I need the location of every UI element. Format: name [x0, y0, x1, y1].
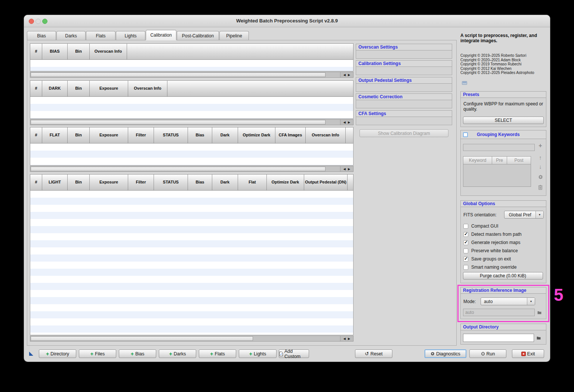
exit-button[interactable]: Exit — [512, 349, 544, 358]
flat-horizontal-scrollbar[interactable]: ◀▶ — [30, 166, 354, 172]
tab-pipeline[interactable]: Pipeline — [219, 31, 249, 40]
light-scrollbar-thumb[interactable] — [31, 336, 253, 341]
keyword-table-body[interactable] — [463, 164, 531, 187]
checkbox-detect-masters-from-path[interactable] — [463, 232, 468, 237]
show-calibration-diagram-button[interactable]: Show Calibration Diagram — [359, 129, 448, 137]
light-scrollbar-arrows[interactable]: ◀▶ — [340, 336, 353, 341]
tab-post-calibration[interactable]: Post-Calibration — [177, 31, 219, 40]
section-title[interactable]: Output Pedestal Settings — [356, 77, 452, 84]
move-keyword-down-icon[interactable]: ↓ — [537, 163, 544, 170]
light-column-header[interactable]: Flat — [238, 174, 267, 191]
output-directory-title[interactable]: Output Directory — [460, 324, 546, 330]
output-directory-browse-folder-icon[interactable] — [536, 335, 541, 340]
flat-column-header[interactable]: Optimize Dark — [238, 127, 275, 143]
dark-table-rows[interactable] — [30, 97, 354, 119]
light-column-header[interactable]: Dark — [212, 174, 238, 191]
light-table-rows[interactable] — [30, 191, 354, 335]
registration-reference-title[interactable]: Registration Reference Image — [460, 287, 546, 294]
tab-bias[interactable]: Bias — [27, 31, 56, 40]
run-button[interactable]: Run — [469, 349, 506, 358]
keyword-column-pre[interactable]: Pre — [492, 156, 507, 164]
flat-table-rows[interactable] — [30, 143, 354, 166]
new-instance-drag-icon[interactable] — [29, 352, 33, 356]
flat-column-header[interactable]: FLAT — [42, 127, 68, 143]
flat-column-header[interactable]: Overscan Info — [306, 127, 346, 143]
light-column-header[interactable]: Bias — [188, 174, 212, 191]
flat-column-header[interactable]: Dark — [212, 127, 238, 143]
checkbox-preserve-white-balance[interactable] — [463, 249, 468, 253]
dark-column-header[interactable]: Bin — [68, 80, 90, 97]
darks-button[interactable]: +Darks — [159, 349, 196, 358]
move-keyword-up-icon[interactable]: ↑ — [537, 154, 544, 161]
keyword-settings-gear-icon[interactable] — [537, 173, 544, 180]
light-column-header[interactable]: Bin — [68, 174, 90, 191]
light-column-header[interactable]: LIGHT — [42, 174, 68, 191]
scroll-left-icon[interactable]: ◀ — [343, 73, 346, 77]
scroll-right-icon[interactable]: ▶ — [348, 121, 350, 124]
documentation-icon[interactable] — [462, 81, 467, 85]
keyword-column-post[interactable]: Post — [507, 156, 531, 164]
reset-button[interactable]: ↺Reset — [355, 349, 392, 358]
bias-button[interactable]: +Bias — [119, 349, 156, 358]
bias-scrollbar-thumb[interactable] — [31, 72, 325, 77]
dark-horizontal-scrollbar[interactable]: ◀▶ — [30, 119, 354, 125]
tab-calibration[interactable]: Calibration — [146, 30, 176, 40]
bias-column-header[interactable]: # — [30, 43, 42, 60]
purge-cache-button[interactable]: Purge cache (0.00 KiB) — [463, 272, 543, 280]
light-column-header[interactable]: Filter — [128, 174, 154, 191]
tab-lights[interactable]: Lights — [116, 31, 145, 40]
add-keyword-icon[interactable]: + — [537, 142, 544, 149]
tab-darks[interactable]: Darks — [56, 31, 86, 40]
bias-horizontal-scrollbar[interactable]: ◀▶ — [30, 72, 354, 78]
checkbox-save-groups-on-exit[interactable] — [463, 257, 468, 262]
light-column-header[interactable]: Optimize Dark — [267, 174, 304, 191]
light-column-header[interactable]: Exposure — [90, 174, 128, 191]
add-custom-button[interactable]: Add Custom — [279, 349, 309, 358]
scroll-left-icon[interactable]: ◀ — [343, 337, 346, 340]
flat-column-header[interactable]: Filter — [128, 127, 154, 143]
dark-column-header[interactable]: Overscan Info — [128, 80, 167, 97]
flat-scrollbar-arrows[interactable]: ◀▶ — [340, 166, 353, 172]
diagnostics-button[interactable]: Diagnostics — [425, 349, 466, 358]
flat-column-header[interactable]: CFA Images — [275, 127, 306, 143]
registration-reference-path-input[interactable] — [463, 309, 535, 316]
delete-keyword-trash-icon[interactable] — [537, 184, 544, 191]
checkbox-compact-gui[interactable] — [463, 224, 468, 229]
dark-scrollbar-thumb[interactable] — [31, 120, 325, 124]
light-column-header[interactable]: STATUS — [154, 174, 188, 191]
light-horizontal-scrollbar[interactable]: ◀▶ — [30, 336, 354, 342]
presets-section-title[interactable]: Presets — [460, 91, 546, 98]
section-title[interactable]: Calibration Settings — [356, 60, 452, 67]
flat-column-header[interactable]: Exposure — [90, 127, 128, 143]
tab-flats[interactable]: Flats — [86, 31, 115, 40]
checkbox-smart-naming-override[interactable] — [463, 265, 468, 270]
scroll-right-icon[interactable]: ▶ — [348, 337, 350, 340]
presets-select-button[interactable]: SELECT — [463, 117, 544, 124]
flat-column-header[interactable]: Bin — [68, 127, 90, 143]
files-button[interactable]: +Files — [79, 349, 116, 358]
registration-mode-dropdown[interactable]: auto ▼ — [481, 297, 535, 305]
bias-table-rows[interactable] — [30, 60, 354, 71]
scroll-left-icon[interactable]: ◀ — [343, 167, 346, 171]
flats-button[interactable]: +Flats — [199, 349, 236, 358]
global-options-title[interactable]: Global Options — [460, 200, 546, 207]
dark-column-header[interactable]: Exposure — [90, 80, 128, 97]
checkbox-generate-rejection-maps[interactable] — [463, 240, 468, 245]
flat-scrollbar-thumb[interactable] — [31, 167, 325, 171]
flat-column-header[interactable]: STATUS — [154, 127, 188, 143]
scroll-left-icon[interactable]: ◀ — [343, 121, 346, 124]
keyword-input[interactable] — [463, 144, 535, 151]
section-title[interactable]: Cosmetic Correction — [356, 93, 452, 100]
light-column-header[interactable]: # — [30, 174, 42, 191]
bias-column-header[interactable]: Overscan Info — [90, 43, 127, 60]
grouping-keywords-checkbox[interactable] — [463, 132, 468, 137]
scroll-right-icon[interactable]: ▶ — [348, 73, 350, 77]
flat-column-header[interactable]: # — [30, 127, 42, 143]
scroll-right-icon[interactable]: ▶ — [348, 167, 350, 171]
keyword-column-keyword[interactable]: Keyword — [463, 156, 492, 164]
flat-column-header[interactable]: Bias — [188, 127, 212, 143]
bias-scrollbar-arrows[interactable]: ◀▶ — [340, 72, 353, 77]
output-directory-input[interactable] — [463, 334, 534, 342]
section-title[interactable]: CFA Settings — [356, 110, 452, 117]
grouping-keywords-title[interactable]: Grouping Keywords — [460, 130, 546, 139]
